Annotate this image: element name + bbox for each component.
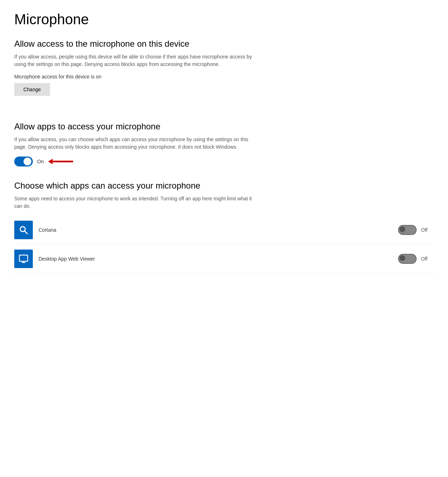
- cortana-toggle-thumb: [399, 226, 405, 232]
- cortana-app-name: Cortana: [39, 227, 392, 233]
- cortana-icon: [14, 221, 33, 239]
- section-choose-apps: Choose which apps can access your microp…: [14, 181, 434, 273]
- section-device-access: Allow access to the microphone on this d…: [14, 39, 434, 110]
- svg-line-3: [25, 231, 27, 234]
- desktop-web-viewer-icon: [14, 250, 33, 268]
- toggle-thumb: [24, 158, 31, 165]
- section3-description: Some apps need to access your microphone…: [14, 195, 257, 210]
- section-apps-access: Allow apps to access your microphone If …: [14, 122, 434, 166]
- section2-description: If you allow access, you can choose whic…: [14, 136, 257, 151]
- cortana-toggle-row: Off: [398, 225, 434, 235]
- apps-access-toggle-row: On: [14, 157, 434, 166]
- app-list: Cortana Off Desktop App Web Viewer: [14, 216, 434, 273]
- section1-description: If you allow access, people using this d…: [14, 53, 257, 68]
- desktop-web-viewer-toggle-row: Off: [398, 254, 434, 264]
- apps-access-toggle-label: On: [37, 158, 73, 165]
- app-item-desktop-web-viewer: Desktop App Web Viewer Off: [14, 245, 434, 273]
- app-item-cortana: Cortana Off: [14, 216, 434, 245]
- cortana-toggle-label: Off: [421, 227, 432, 233]
- section1-title: Allow access to the microphone on this d…: [14, 39, 434, 49]
- svg-marker-0: [48, 159, 52, 164]
- svg-rect-4: [19, 255, 27, 262]
- svg-rect-1: [52, 161, 73, 163]
- desktop-web-viewer-toggle-label: Off: [421, 256, 432, 262]
- red-arrow-annotation: [48, 158, 73, 165]
- cortana-toggle[interactable]: [398, 225, 417, 235]
- device-microphone-status: Microphone access for this device is on: [14, 74, 434, 80]
- desktop-web-viewer-toggle[interactable]: [398, 254, 417, 264]
- desktop-web-viewer-toggle-thumb: [399, 255, 405, 261]
- desktop-web-viewer-app-name: Desktop App Web Viewer: [39, 256, 392, 262]
- apps-access-toggle[interactable]: [14, 157, 33, 166]
- page-title: Microphone: [14, 11, 434, 27]
- section3-title: Choose which apps can access your microp…: [14, 181, 434, 191]
- section2-title: Allow apps to access your microphone: [14, 122, 434, 132]
- change-button[interactable]: Change: [14, 83, 50, 96]
